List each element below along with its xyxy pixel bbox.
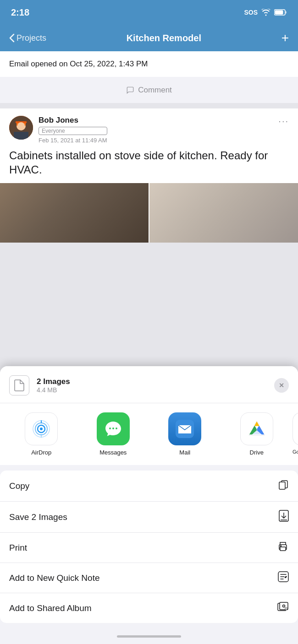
share-file-icon xyxy=(9,375,29,395)
status-time: 2:18 xyxy=(11,7,29,18)
status-icons: SOS xyxy=(244,9,287,16)
home-indicator xyxy=(0,628,298,644)
apps-row: AirDrop Messages xyxy=(0,403,298,465)
status-bar: 2:18 SOS xyxy=(0,0,298,25)
app-item-mail[interactable]: Mail xyxy=(149,412,221,456)
email-row: Email opened on Oct 25, 2022, 1:43 PM xyxy=(0,51,298,77)
app-label-messages: Messages xyxy=(99,449,127,456)
svg-point-16 xyxy=(109,428,111,429)
drive-icon xyxy=(240,412,273,445)
print-icon xyxy=(277,541,289,554)
print-label: Print xyxy=(9,543,27,553)
comment-row[interactable]: Comment xyxy=(0,77,298,103)
svg-rect-31 xyxy=(279,482,285,489)
post-image-right[interactable] xyxy=(149,183,298,243)
svg-rect-8 xyxy=(14,132,28,140)
svg-point-7 xyxy=(17,122,25,130)
back-label: Projects xyxy=(17,33,46,43)
svg-point-17 xyxy=(112,428,114,429)
svg-point-18 xyxy=(116,428,117,429)
app-label-mail: Mail xyxy=(179,449,190,456)
share-title: 2 Images xyxy=(37,377,267,386)
back-button[interactable]: Projects xyxy=(9,33,46,43)
svg-point-37 xyxy=(281,546,281,547)
copy-label: Copy xyxy=(9,481,29,491)
actions-section: Copy Save 2 Images Print xyxy=(0,471,298,623)
post-more-button[interactable]: ··· xyxy=(278,116,289,126)
home-bar xyxy=(117,635,181,638)
copy-row[interactable]: Copy xyxy=(0,471,298,502)
share-header: 2 Images 4.4 MB ✕ xyxy=(0,366,298,403)
sos-icon: SOS xyxy=(244,9,258,16)
print-row[interactable]: Print xyxy=(0,533,298,563)
svg-rect-36 xyxy=(280,547,286,551)
post-header-left: Bob Jones Everyone Feb 15, 2021 at 11:49… xyxy=(9,116,107,144)
app-item-messages[interactable]: Messages xyxy=(77,412,149,456)
post-author: Bob Jones xyxy=(39,116,107,125)
battery-icon xyxy=(274,9,287,16)
app-label-google: Goo… xyxy=(292,449,298,455)
comment-icon xyxy=(126,86,134,94)
avatar xyxy=(9,116,33,140)
post-image-left[interactable] xyxy=(0,183,149,243)
post-date: Feb 15, 2021 at 11:49 AM xyxy=(39,137,107,144)
share-close-button[interactable]: ✕ xyxy=(274,378,289,393)
quicknote-row[interactable]: Add to New Quick Note xyxy=(0,563,298,593)
post-audience-badge: Everyone xyxy=(39,127,107,135)
app-item-google[interactable]: G Goo… xyxy=(292,412,298,456)
shared-album-row[interactable]: Add to Shared Album xyxy=(0,593,298,623)
post-header: Bob Jones Everyone Feb 15, 2021 at 11:49… xyxy=(9,116,289,144)
post-images xyxy=(0,183,298,243)
share-info: 2 Images 4.4 MB xyxy=(37,377,267,394)
app-label-drive: Drive xyxy=(250,449,264,456)
shared-album-label: Add to Shared Album xyxy=(9,603,92,613)
email-text: Email opened on Oct 25, 2022, 1:43 PM xyxy=(9,60,148,68)
save-icon xyxy=(279,510,289,524)
svg-rect-2 xyxy=(275,11,283,15)
nav-bar: Projects Kitchen Remodel + xyxy=(0,25,298,51)
share-sheet: 2 Images 4.4 MB ✕ AirDrop xyxy=(0,366,298,644)
copy-icon xyxy=(278,479,289,493)
quicknote-icon xyxy=(278,571,289,584)
post-text: Cabinets installed on stove side of kitc… xyxy=(9,148,289,177)
section-divider xyxy=(0,103,298,108)
svg-rect-1 xyxy=(285,11,287,14)
post-card: Bob Jones Everyone Feb 15, 2021 at 11:49… xyxy=(0,108,298,243)
svg-point-13 xyxy=(40,428,43,430)
post-meta: Bob Jones Everyone Feb 15, 2021 at 11:49… xyxy=(39,116,107,144)
nav-title: Kitchen Remodel xyxy=(127,33,201,43)
app-item-airdrop[interactable]: AirDrop xyxy=(6,412,77,456)
save-images-label: Save 2 Images xyxy=(9,512,67,522)
airdrop-icon xyxy=(25,412,58,445)
wifi-icon xyxy=(261,9,270,16)
add-button[interactable]: + xyxy=(281,31,289,45)
shared-album-icon xyxy=(277,601,289,615)
quicknote-label: Add to New Quick Note xyxy=(9,573,99,583)
comment-label: Comment xyxy=(138,86,172,95)
messages-icon xyxy=(97,412,130,445)
share-subtitle: 4.4 MB xyxy=(37,386,267,394)
mail-icon xyxy=(168,412,201,445)
save-images-row[interactable]: Save 2 Images xyxy=(0,502,298,533)
app-item-drive[interactable]: Drive xyxy=(221,412,293,456)
app-label-airdrop: AirDrop xyxy=(31,449,51,456)
